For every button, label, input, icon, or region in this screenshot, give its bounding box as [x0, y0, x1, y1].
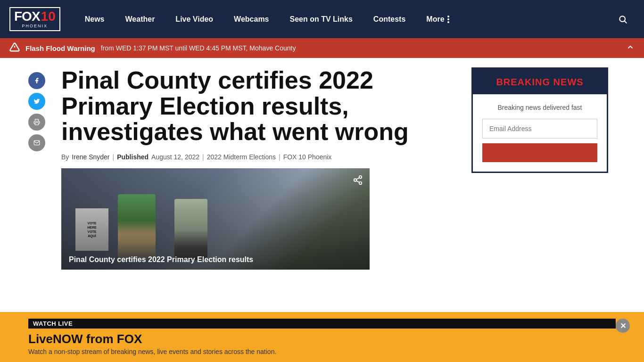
article-title: Pinal County certifies 2022 Primary Elec…	[61, 67, 457, 145]
right-sidebar: BREAKING NEWS Breaking news delivered fa…	[471, 67, 608, 270]
video-overlay: Pinal County certifies 2022 Primary Elec…	[61, 168, 370, 270]
facebook-share-button[interactable]	[28, 72, 45, 89]
breaking-news-header: BREAKING NEWS	[473, 70, 607, 94]
article-content: Pinal County certifies 2022 Primary Elec…	[61, 67, 457, 270]
nav-item-contests[interactable]: Contests	[363, 0, 416, 38]
search-button[interactable]	[611, 0, 635, 38]
svg-rect-4	[35, 123, 39, 125]
nav-item-webcams[interactable]: Webcams	[223, 0, 279, 38]
svg-line-9	[356, 178, 359, 180]
article-meta: By Irene Snyder | Published August 12, 2…	[61, 153, 457, 161]
logo[interactable]: FOX 10 PHOENIX	[9, 7, 60, 31]
article-tag[interactable]: 2022 Midterm Elections	[207, 153, 276, 161]
warning-icon	[9, 42, 20, 55]
nav-item-live-video[interactable]: Live Video	[165, 0, 223, 38]
alert-chevron-icon[interactable]	[626, 43, 635, 53]
more-dots-icon	[447, 16, 449, 23]
logo-city: PHOENIX	[22, 24, 48, 28]
email-submit-button[interactable]	[482, 143, 597, 162]
alert-bar[interactable]: Flash Flood Warning from WED 1:37 PM MST…	[0, 38, 644, 58]
print-button[interactable]	[28, 114, 45, 131]
logo-number: 10	[41, 10, 56, 23]
social-sidebar	[28, 72, 47, 270]
breaking-news-box: BREAKING NEWS Breaking news delivered fa…	[471, 67, 608, 173]
video-player[interactable]: VOTE HERE VOTE AQUÍ Pinal County certifi…	[61, 168, 370, 270]
publish-date: August 12, 2022	[151, 153, 199, 161]
svg-point-5	[359, 176, 362, 179]
breaking-news-body: Breaking news delivered fast	[473, 94, 607, 172]
by-label: By	[61, 153, 69, 161]
nav-item-weather[interactable]: Weather	[115, 0, 165, 38]
content-area: Pinal County certifies 2022 Primary Elec…	[0, 58, 644, 279]
video-share-button[interactable]	[353, 175, 363, 188]
twitter-share-button[interactable]	[28, 93, 45, 110]
published-label: Published	[117, 153, 149, 161]
svg-point-7	[359, 181, 362, 184]
svg-point-6	[354, 179, 357, 181]
video-title: Pinal County certifies 2022 Primary Elec…	[69, 255, 314, 264]
article-author[interactable]: Irene Snyder	[72, 153, 109, 161]
site-header: FOX 10 PHOENIX News Weather Live Video W…	[0, 0, 644, 38]
svg-line-8	[356, 181, 359, 182]
main-nav: News Weather Live Video Webcams Seen on …	[74, 0, 635, 38]
svg-point-0	[619, 16, 625, 22]
nav-item-news[interactable]: News	[74, 0, 115, 38]
email-input[interactable]	[482, 119, 597, 139]
breaking-news-subtext: Breaking news delivered fast	[482, 104, 597, 111]
email-share-button[interactable]	[28, 134, 45, 151]
meta-sep-3: |	[279, 153, 281, 161]
svg-line-1	[625, 21, 627, 23]
nav-item-more[interactable]: More	[416, 0, 459, 38]
article-source: FOX 10 Phoenix	[283, 153, 332, 161]
meta-sep-2: |	[202, 153, 204, 161]
alert-detail: from WED 1:37 PM MST until WED 4:45 PM M…	[101, 44, 296, 52]
alert-title: Flash Flood Warning	[25, 44, 95, 52]
meta-sep-1: |	[113, 153, 115, 161]
logo-fox: FOX	[14, 10, 40, 23]
nav-item-seen-on-tv[interactable]: Seen on TV Links	[280, 0, 363, 38]
